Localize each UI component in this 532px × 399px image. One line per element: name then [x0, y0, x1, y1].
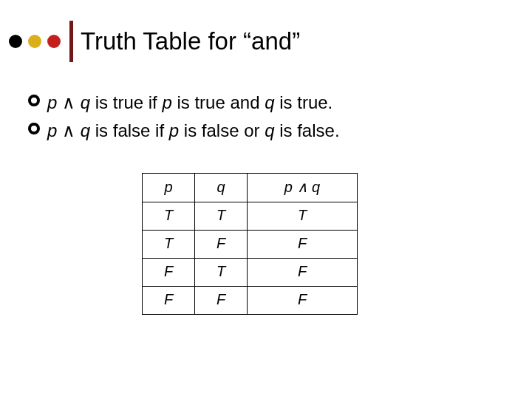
table-cell: T: [195, 259, 248, 287]
table-header: p ∧ q: [248, 174, 358, 202]
table-cell: F: [143, 287, 195, 315]
bullet-text: p ∧ q is false if p is false or q is fal…: [47, 118, 340, 143]
table-row: T T T: [143, 202, 358, 231]
table-cell: F: [195, 231, 248, 259]
slide-body: p ∧ q is true if p is true and q is true…: [28, 90, 502, 146]
table-cell: F: [248, 231, 358, 259]
table-cell: F: [195, 287, 248, 315]
decorative-dots: [9, 35, 66, 48]
slide-header: Truth Table for “and”: [9, 21, 523, 62]
table-row: F F F: [143, 287, 358, 315]
bullet-item: p ∧ q is true if p is true and q is true…: [28, 90, 502, 115]
dot-icon: [47, 35, 61, 48]
table-row: F T F: [143, 259, 358, 287]
table-header: p: [143, 174, 195, 202]
truth-table-grid: p q p ∧ q T T T T F F F T F: [142, 173, 358, 315]
table-cell: F: [143, 259, 195, 287]
table-cell: T: [195, 202, 248, 231]
table-cell: T: [143, 231, 195, 259]
slide: Truth Table for “and” p ∧ q is true if p…: [0, 0, 532, 399]
truth-table: p q p ∧ q T T T T F F F T F: [142, 173, 358, 315]
vertical-divider: [69, 21, 73, 62]
bullet-text: p ∧ q is true if p is true and q is true…: [47, 90, 332, 115]
table-header: q: [195, 174, 248, 202]
page-title: Truth Table for “and”: [81, 28, 300, 55]
table-header-row: p q p ∧ q: [143, 174, 358, 202]
table-cell: T: [248, 202, 358, 231]
bullet-item: p ∧ q is false if p is false or q is fal…: [28, 118, 502, 143]
table-row: T F F: [143, 231, 358, 259]
dot-icon: [9, 35, 22, 48]
table-cell: F: [248, 259, 358, 287]
bullet-icon: [28, 95, 40, 106]
table-cell: F: [248, 287, 358, 315]
bullet-icon: [28, 123, 40, 134]
dot-icon: [28, 35, 41, 48]
table-cell: T: [143, 202, 195, 231]
